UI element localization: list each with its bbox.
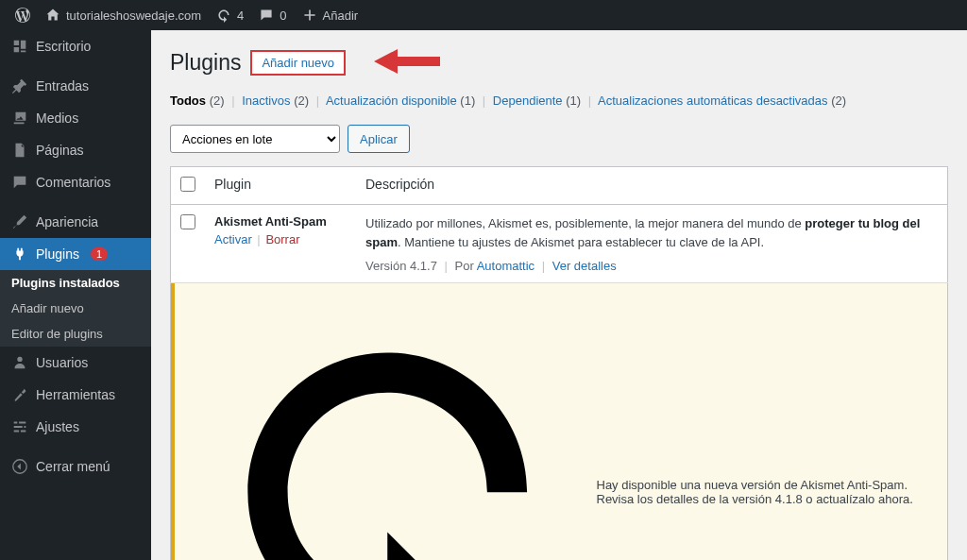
comments-link[interactable]: 0 <box>251 0 294 30</box>
plugins-table: Plugin Descripción Akismet Anti-Spam Act… <box>170 166 948 560</box>
comments-count: 0 <box>280 8 286 23</box>
sidebar-item-posts[interactable]: Entradas <box>0 70 151 102</box>
add-new-label: Añadir <box>323 8 359 23</box>
dashboard-icon <box>11 38 28 55</box>
apply-button[interactable]: Aplicar <box>348 125 410 153</box>
user-icon <box>11 354 28 371</box>
comment-icon <box>11 174 28 191</box>
sidebar-item-label: Medios <box>36 110 78 126</box>
sidebar-item-media[interactable]: Medios <box>0 102 151 134</box>
sidebar-item-dashboard[interactable]: Escritorio <box>0 30 151 62</box>
version-details-link[interactable]: Revisa los detalles de la versión 4.1.8 <box>597 492 803 506</box>
sidebar-item-label: Plugins <box>36 246 79 262</box>
sidebar-item-label: Cerrar menú <box>36 459 110 474</box>
sidebar-item-settings[interactable]: Ajustes <box>0 411 151 443</box>
wrench-icon <box>11 386 28 403</box>
slider-icon <box>11 418 28 435</box>
admin-bar: tutorialeshoswedaje.com 4 0 Añadir <box>0 0 967 30</box>
sidebar-submenu: Plugins instalados Añadir nuevo Editor d… <box>0 270 151 347</box>
delete-link[interactable]: Borrar <box>265 232 299 246</box>
collapse-icon <box>11 458 28 475</box>
update-now-link[interactable]: actualízalo ahora <box>816 492 909 506</box>
sidebar-item-comments[interactable]: Comentarios <box>0 166 151 198</box>
plus-icon <box>302 8 317 23</box>
filter-inactive[interactable]: Inactivos <box>242 93 290 108</box>
plugin-description: Utilizado por millones, Akismet es, posi… <box>365 214 938 251</box>
column-description: Descripción <box>356 167 948 205</box>
filter-count: (1) <box>566 93 581 108</box>
wp-logo[interactable] <box>8 0 38 30</box>
table-row: Akismet Anti-Spam Activar | Borrar Utili… <box>171 205 948 283</box>
sidebar-item-pages[interactable]: Páginas <box>0 134 151 166</box>
page-title: Plugins <box>170 50 241 76</box>
add-new-button[interactable]: Añadir nuevo <box>250 50 346 76</box>
updates-link[interactable]: 4 <box>209 0 251 30</box>
pin-icon <box>11 77 28 94</box>
filter-dependent[interactable]: Dependiente <box>493 93 563 108</box>
site-name: tutorialeshoswedaje.com <box>66 8 201 23</box>
update-icon <box>216 8 231 23</box>
sidebar-sub-add-new[interactable]: Añadir nuevo <box>0 296 151 321</box>
updates-count: 4 <box>237 8 244 23</box>
update-notice: Hay disponible una nueva versión de Akis… <box>171 283 947 560</box>
filter-all[interactable]: Todos <box>170 93 206 108</box>
annotation-arrow <box>374 47 440 78</box>
filter-tabs: Todos (2) | Inactivos (2) | Actualizació… <box>170 90 948 119</box>
sidebar-item-collapse[interactable]: Cerrar menú <box>0 450 151 483</box>
comment-icon <box>259 8 274 23</box>
admin-sidebar: Escritorio Entradas Medios Páginas Comen… <box>0 30 151 560</box>
site-name-link[interactable]: tutorialeshoswedaje.com <box>38 0 209 30</box>
select-all-checkbox[interactable] <box>180 177 195 192</box>
sidebar-item-label: Entradas <box>36 78 89 93</box>
brush-icon <box>11 213 28 230</box>
sidebar-item-label: Ajustes <box>36 419 79 434</box>
sidebar-item-label: Apariencia <box>36 214 98 229</box>
filter-count: (1) <box>460 93 475 108</box>
sidebar-item-plugins[interactable]: Plugins 1 <box>0 238 151 270</box>
filter-update-available[interactable]: Actualización disponible <box>326 93 457 108</box>
sidebar-item-label: Páginas <box>36 143 84 158</box>
sidebar-item-label: Herramientas <box>36 387 115 402</box>
row-checkbox[interactable] <box>180 214 195 229</box>
filter-count: (2) <box>831 93 846 108</box>
update-badge: 1 <box>91 247 108 261</box>
details-link[interactable]: Ver detalles <box>552 259 617 273</box>
sidebar-item-label: Usuarios <box>36 355 88 370</box>
plugin-name: Akismet Anti-Spam <box>214 214 347 229</box>
activate-link[interactable]: Activar <box>214 232 252 246</box>
filter-auto-update-off[interactable]: Actualizaciones automáticas desactivadas <box>598 93 828 108</box>
author-link[interactable]: Automattic <box>477 259 534 273</box>
filter-count: (2) <box>294 93 309 108</box>
sidebar-item-appearance[interactable]: Apariencia <box>0 206 151 238</box>
wordpress-icon <box>15 8 30 23</box>
plugin-icon <box>11 246 28 263</box>
main-content: Plugins Añadir nuevo Todos (2) | Inactiv… <box>151 30 967 560</box>
sidebar-item-users[interactable]: Usuarios <box>0 347 151 379</box>
filter-count: (2) <box>210 93 225 108</box>
sidebar-item-label: Escritorio <box>36 39 91 54</box>
update-icon <box>188 293 587 560</box>
plugin-meta: Versión 4.1.7 | Por Automattic | Ver det… <box>365 259 938 273</box>
sidebar-sub-installed[interactable]: Plugins instalados <box>0 270 151 296</box>
add-new-link[interactable]: Añadir <box>295 0 366 30</box>
sidebar-item-tools[interactable]: Herramientas <box>0 379 151 411</box>
media-icon <box>11 110 28 127</box>
sidebar-sub-editor[interactable]: Editor de plugins <box>0 321 151 347</box>
column-plugin[interactable]: Plugin <box>205 167 356 205</box>
home-icon <box>45 8 60 23</box>
bulk-action-select[interactable]: Acciones en lote <box>170 125 340 153</box>
page-icon <box>11 142 28 159</box>
sidebar-item-label: Comentarios <box>36 175 110 190</box>
